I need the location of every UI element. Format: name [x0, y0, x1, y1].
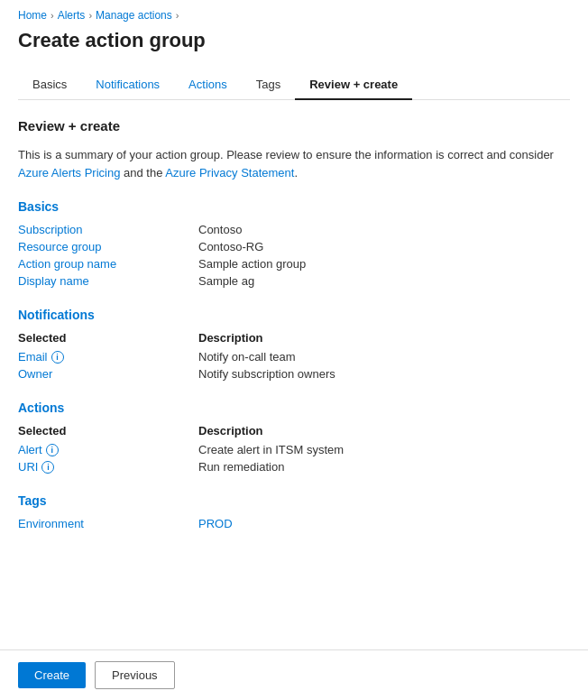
basics-label: Basics: [18, 199, 570, 214]
page-title: Create action group: [18, 29, 570, 52]
review-info-text: This is a summary of your action group. …: [18, 146, 570, 181]
breadcrumb-sep-3: ›: [176, 10, 179, 21]
basics-subscription-value: Contoso: [198, 223, 242, 236]
notifications-row-0-desc: Notify on-call team: [198, 350, 296, 364]
actions-row-0-selected: Alert i: [18, 443, 198, 456]
basics-subscription-row: Subscription Contoso: [18, 223, 570, 236]
basics-subscription-key: Subscription: [18, 223, 198, 236]
basics-section: Basics Subscription Contoso Resource gro…: [18, 199, 570, 288]
breadcrumb-manage-actions[interactable]: Manage actions: [96, 9, 172, 22]
basics-displayname-value: Sample ag: [198, 274, 254, 288]
info-text-2: and the: [120, 166, 165, 180]
azure-privacy-link[interactable]: Azure Privacy Statement: [165, 166, 294, 180]
breadcrumb-alerts[interactable]: Alerts: [58, 9, 86, 22]
basics-resourcegroup-row: Resource group Contoso-RG: [18, 240, 570, 253]
notifications-table-header: Selected Description: [18, 331, 570, 345]
actions-row-0-info-icon[interactable]: i: [46, 444, 59, 456]
actions-row-1-info-icon[interactable]: i: [41, 461, 54, 474]
footer: Create Previous: [0, 649, 588, 700]
tab-tags[interactable]: Tags: [242, 70, 295, 100]
basics-displayname-key: Display name: [18, 274, 198, 288]
actions-row-0-type: Alert: [18, 443, 42, 456]
azure-alerts-pricing-link[interactable]: Azure Alerts Pricing: [18, 166, 120, 180]
notifications-header-selected: Selected: [18, 331, 198, 345]
tags-environment-value: PROD: [198, 517, 233, 530]
tab-basics[interactable]: Basics: [18, 70, 81, 100]
notifications-row-0-type: Email: [18, 350, 48, 364]
breadcrumb-sep-1: ›: [51, 10, 54, 21]
actions-label: Actions: [18, 401, 570, 415]
tab-notifications[interactable]: Notifications: [81, 70, 174, 100]
basics-resourcegroup-value: Contoso-RG: [198, 240, 263, 253]
info-text-3: .: [294, 166, 298, 180]
basics-displayname-row: Display name Sample ag: [18, 274, 570, 288]
notifications-row-0: Email i Notify on-call team: [18, 350, 570, 364]
notifications-row-1-selected: Owner: [18, 367, 198, 381]
actions-row-1-selected: URI i: [18, 460, 198, 474]
notifications-label: Notifications: [18, 308, 570, 322]
breadcrumb-sep-2: ›: [88, 10, 92, 21]
notifications-row-0-selected: Email i: [18, 350, 198, 364]
review-section-title: Review + create: [18, 118, 570, 134]
notifications-row-1-desc: Notify subscription owners: [198, 367, 335, 381]
notifications-header-description: Description: [198, 331, 263, 345]
basics-agname-value: Sample action group: [198, 257, 306, 271]
tags-section: Tags Environment PROD: [18, 493, 570, 530]
actions-header-description: Description: [198, 424, 263, 438]
tags-environment-key: Environment: [18, 517, 198, 530]
actions-section: Actions Selected Description Alert i Cre…: [18, 401, 570, 474]
basics-agname-row: Action group name Sample action group: [18, 257, 570, 271]
previous-button[interactable]: Previous: [95, 661, 175, 689]
actions-table-header: Selected Description: [18, 424, 570, 438]
create-button[interactable]: Create: [18, 662, 86, 688]
tab-bar: Basics Notifications Actions Tags Review…: [18, 70, 570, 100]
actions-row-0: Alert i Create alert in ITSM system: [18, 443, 570, 456]
basics-resourcegroup-key: Resource group: [18, 240, 198, 253]
notifications-row-1: Owner Notify subscription owners: [18, 367, 570, 381]
tags-label: Tags: [18, 493, 570, 508]
tab-actions[interactable]: Actions: [174, 70, 242, 100]
tab-review-create[interactable]: Review + create: [295, 70, 412, 100]
actions-row-0-desc: Create alert in ITSM system: [198, 443, 344, 456]
breadcrumb: Home › Alerts › Manage actions ›: [18, 9, 570, 22]
notifications-row-0-info-icon[interactable]: i: [51, 351, 64, 364]
info-text-1: This is a summary of your action group. …: [18, 148, 554, 161]
tags-environment-row: Environment PROD: [18, 517, 570, 530]
actions-row-1-type: URI: [18, 460, 38, 474]
breadcrumb-home[interactable]: Home: [18, 9, 47, 22]
basics-agname-key: Action group name: [18, 257, 198, 271]
actions-row-1: URI i Run remediation: [18, 460, 570, 474]
actions-header-selected: Selected: [18, 424, 198, 438]
notifications-row-1-type: Owner: [18, 367, 52, 381]
notifications-section: Notifications Selected Description Email…: [18, 308, 570, 381]
actions-row-1-desc: Run remediation: [198, 460, 284, 474]
